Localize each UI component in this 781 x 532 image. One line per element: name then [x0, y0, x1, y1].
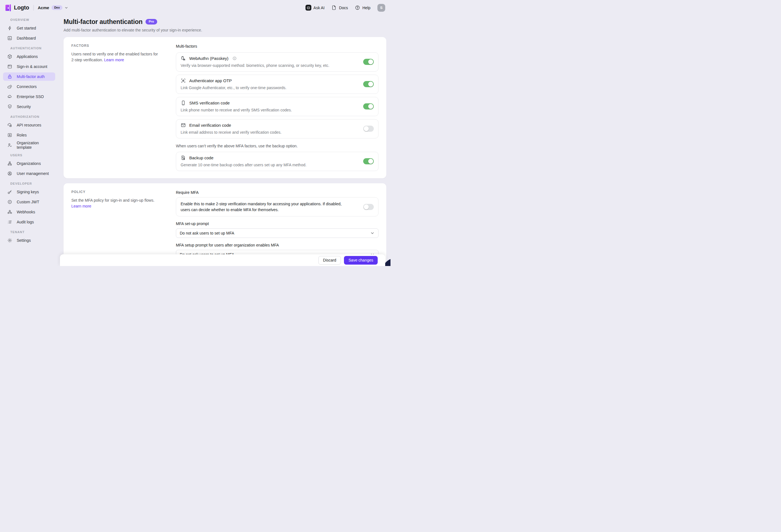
help-button[interactable]: Help — [355, 5, 370, 10]
toggle-backup-code[interactable] — [363, 158, 374, 164]
sidebar-item-label: Dashboard — [17, 36, 36, 40]
page-subtitle: Add multi-factor authentication to eleva… — [64, 28, 386, 32]
sidebar-section-developer: DEVELOPER — [10, 182, 58, 185]
factors-card: FACTORS Users need to verify one of the … — [64, 37, 386, 178]
env-badge: Dev — [51, 5, 62, 10]
policy-section-label: POLICY — [71, 190, 160, 194]
sidebar-item-enterprise-sso[interactable]: Enterprise SSO — [3, 92, 55, 101]
sidebar-item-sign-in-account[interactable]: Sign-in & account — [3, 62, 55, 71]
save-action-bar: Discard Save changes — [60, 254, 385, 266]
webhook-icon — [7, 210, 12, 215]
mfa-prompt-select[interactable]: Do not ask users to set up MFA — [176, 228, 378, 238]
gear-icon — [7, 238, 12, 243]
sidebar-item-label: Roles — [17, 133, 27, 137]
factor-description: Link phone number to receive and verify … — [180, 108, 357, 112]
sidebar-section-overview: OVERVIEW — [10, 18, 58, 21]
sidebar-item-dashboard[interactable]: Dashboard — [3, 34, 55, 42]
sidebar-item-label: Get started — [17, 26, 36, 30]
pro-badge: Pro — [146, 19, 157, 25]
ask-ai-label: Ask AI — [314, 6, 325, 10]
toggle-email[interactable] — [363, 126, 374, 132]
sidebar-item-applications[interactable]: Applications — [3, 52, 55, 61]
toggle-sms[interactable] — [363, 103, 374, 109]
docs-button[interactable]: Docs — [331, 5, 348, 10]
sidebar-item-custom-jwt[interactable]: Custom JWT — [3, 198, 55, 206]
sidebar-section-authorization: AUTHORIZATION — [10, 115, 58, 118]
sidebar-item-api-resources[interactable]: API resources — [3, 121, 55, 129]
sidebar-item-audit-logs[interactable]: Audit logs — [3, 218, 55, 226]
topbar-actions: Ask AI Docs Help S — [305, 4, 385, 12]
factor-description: Generate 10 one-time backup codes after … — [180, 163, 357, 167]
sidebar-item-label: Applications — [17, 54, 38, 59]
policy-section-description: Set the MFA policy for sign-in and sign-… — [71, 197, 160, 209]
user-avatar[interactable]: S — [377, 4, 385, 12]
backup-codes-icon — [180, 155, 186, 161]
key-icon — [7, 189, 12, 194]
sidebar-item-user-management[interactable]: User management — [3, 169, 55, 178]
sidebar-item-label: API resources — [17, 123, 41, 127]
org-chart-icon — [7, 161, 12, 166]
factor-name: WebAuthn (Passkey) — [189, 56, 229, 61]
shield-check-icon — [7, 104, 12, 109]
toggle-authenticator-otp[interactable] — [363, 81, 374, 87]
main-content: Multi-factor authentication Pro Add mult… — [58, 15, 390, 266]
require-mfa-description: Enable this to make 2-step verification … — [180, 201, 352, 213]
require-mfa-label: Require MFA — [176, 190, 378, 195]
factor-row-email: Email verification code Link email addre… — [176, 119, 378, 138]
sidebar-item-webhooks[interactable]: Webhooks — [3, 208, 55, 216]
sidebar-item-connectors[interactable]: Connectors — [3, 82, 55, 91]
bolt-icon — [7, 26, 12, 31]
browser-window-icon — [7, 64, 12, 69]
sidebar-item-label: Organizations — [17, 161, 41, 166]
sidebar-item-security[interactable]: Security — [3, 102, 55, 111]
document-icon — [331, 5, 337, 10]
bar-chart-icon — [7, 36, 12, 41]
sidebar: OVERVIEW Get started Dashboard AUTHENTIC… — [0, 15, 58, 266]
sidebar-item-label: Webhooks — [17, 210, 35, 214]
sidebar-item-organization-template[interactable]: Organization template — [3, 141, 55, 149]
ask-ai-icon — [305, 5, 311, 11]
save-changes-button[interactable]: Save changes — [344, 256, 378, 265]
otp-scan-lock-icon — [180, 78, 186, 83]
help-label: Help — [362, 6, 370, 10]
logto-brand[interactable]: Logto — [5, 4, 29, 11]
mfa-prompt-label: MFA set-up prompt — [176, 221, 378, 226]
discard-button[interactable]: Discard — [318, 256, 341, 265]
connector-clouds-icon — [7, 84, 12, 89]
chevron-down-icon — [65, 6, 68, 10]
factor-name: Backup code — [189, 156, 213, 160]
logto-logo-icon — [5, 4, 11, 11]
factors-learn-more-link[interactable]: Learn more — [104, 58, 124, 62]
factor-name: Authenticator app OTP — [189, 78, 232, 83]
toggle-webauthn[interactable] — [363, 59, 374, 65]
policy-learn-more-link[interactable]: Learn more — [71, 204, 91, 208]
sidebar-item-multi-factor-auth[interactable]: Multi-factor auth — [3, 73, 55, 81]
sidebar-item-get-started[interactable]: Get started — [3, 24, 55, 32]
multi-factors-title: Multi-factors — [176, 44, 378, 48]
sidebar-item-settings[interactable]: Settings — [3, 236, 55, 245]
topbar: Logto Acme Dev Ask AI Docs — [0, 0, 390, 15]
sidebar-section-authentication: AUTHENTICATION — [10, 46, 58, 50]
sidebar-item-organizations[interactable]: Organizations — [3, 159, 55, 168]
ask-ai-button[interactable]: Ask AI — [305, 5, 325, 11]
factor-row-backup-code: Backup code Generate 10 one-time backup … — [176, 152, 378, 171]
org-mfa-prompt-label: MFA setup prompt for users after organiz… — [176, 243, 378, 247]
list-lines-icon — [7, 220, 12, 224]
tenant-selector[interactable]: Acme Dev — [38, 5, 68, 10]
factor-name: Email verification code — [189, 123, 231, 128]
toggle-require-mfa[interactable] — [363, 204, 374, 210]
factor-row-sms: SMS verification code Link phone number … — [176, 97, 378, 116]
info-icon[interactable] — [233, 56, 237, 60]
sidebar-section-tenant: TENANT — [10, 230, 58, 234]
envelope-icon — [180, 123, 186, 128]
factor-description: Link email address to receive and verify… — [180, 130, 357, 135]
sidebar-item-signing-keys[interactable]: Signing keys — [3, 188, 55, 196]
docs-label: Docs — [339, 6, 348, 10]
policy-card: POLICY Set the MFA policy for sign-in an… — [64, 183, 386, 263]
sidebar-item-roles[interactable]: Roles — [3, 131, 55, 139]
user-circle-icon — [7, 171, 12, 176]
sidebar-section-users: USERS — [10, 153, 58, 157]
backup-note: When users can't verify the above MFA fa… — [176, 144, 378, 148]
lock-icon — [7, 74, 12, 79]
page-title: Multi-factor authentication — [64, 17, 142, 26]
